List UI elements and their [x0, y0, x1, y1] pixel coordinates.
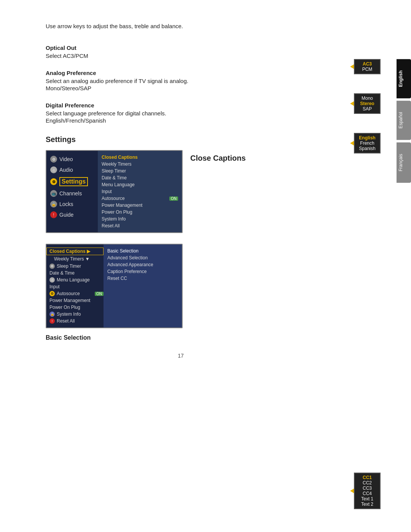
cc-menu-language-label: Menu Language	[57, 277, 90, 283]
channels-icon: 📺	[50, 190, 57, 197]
analog-selected: Stereo	[358, 101, 376, 106]
menu-right-closed-captions[interactable]: Closed Captions	[102, 154, 178, 161]
autosource-label: Autosource	[102, 196, 125, 201]
menu-right-power-mgmt[interactable]: Power Management	[102, 202, 178, 209]
cc-selected: CC1	[358, 475, 376, 480]
digital-pref-desc: Select language preference for digital c…	[46, 110, 316, 117]
cc-option-cc3: CC3	[358, 486, 376, 491]
menu-channels-label: Channels	[59, 190, 82, 197]
weekly-timers-label: Weekly Timers	[102, 161, 131, 167]
menu-item-locks: 🔒 Locks	[46, 199, 98, 209]
basic-selection-heading: Basic Selection	[46, 334, 316, 341]
menu-right-system-info[interactable]: System Info	[102, 216, 178, 222]
cc-menu-right: Basic Selection Advanced Selection Advan…	[104, 244, 182, 328]
menu-right-date-time[interactable]: Date & Time	[102, 174, 178, 181]
input-label: Input	[102, 189, 112, 194]
cc-reset-cc[interactable]: Reset CC	[107, 275, 178, 282]
diagrams-column: AC3 PCM Mono Stereo SAP English French S…	[354, 59, 381, 153]
cc-option-cc2: CC2	[358, 480, 376, 486]
optical-option-pcm: PCM	[358, 67, 376, 72]
cc-guide-icon: !	[49, 318, 55, 324]
cc-item-closed-captions[interactable]: Closed Captions ▶	[46, 248, 104, 255]
cc-option-text1: Text 1	[358, 496, 376, 502]
cc-reset-all-label: Reset All	[57, 318, 75, 324]
cc-input-label: Input	[49, 284, 60, 289]
analog-option-mono: Mono	[358, 96, 376, 101]
menu-right-input[interactable]: Input	[102, 188, 178, 195]
settings-menu-image: ⚙ Video ♫ Audio ⚙ Settings 📺 Channels	[46, 150, 316, 236]
cc-power-plug-label: Power On Plug	[49, 305, 80, 310]
analog-pref-box: Mono Stereo SAP	[354, 93, 381, 114]
closed-captions-label: Closed Captions	[102, 155, 138, 160]
menu-settings-label: Settings	[59, 177, 88, 186]
cc-item-weekly-timers[interactable]: Weekly Timers ▼	[46, 255, 104, 263]
analog-pref-diagram: Mono Stereo SAP	[354, 93, 381, 114]
cc-box: CC1 CC2 CC3 CC4 Text 1 Text 2	[354, 473, 381, 509]
menu-item-guide: ! Guide	[46, 209, 98, 220]
cc-settings-icon2: ⚙	[49, 291, 55, 296]
cc-closed-captions-label: Closed Captions ▶	[49, 249, 90, 254]
cc-gear-icon: ⚙	[49, 264, 55, 269]
menu-locks-label: Locks	[59, 201, 73, 207]
intro-text: Use arrow keys to adjust the bass, trebl…	[46, 23, 316, 29]
cc-caption-preference[interactable]: Caption Preference	[107, 268, 178, 275]
cc-advanced-appearance[interactable]: Advanced Appearance	[107, 261, 178, 268]
optical-arrow	[350, 64, 354, 69]
cc-system-info-label: System Info	[57, 312, 81, 317]
power-mgmt-label: Power Management	[102, 203, 142, 208]
on-badge: ON	[169, 197, 178, 201]
menu-item-settings[interactable]: ⚙ Settings	[46, 175, 98, 188]
cc-weekly-timers-label: Weekly Timers ▼	[54, 256, 90, 262]
menu-right-weekly-timers[interactable]: Weekly Timers	[102, 161, 178, 168]
digital-arrow	[350, 141, 354, 145]
analog-arrow	[350, 101, 354, 106]
date-time-label: Date & Time	[102, 175, 127, 181]
cc-diagram: CC1 CC2 CC3 CC4 Text 1 Text 2	[354, 473, 381, 509]
digital-option-spanish: Spanish	[358, 146, 376, 151]
menu-item-audio: ♫ Audio	[46, 165, 98, 175]
close-captions-section: Close Captions	[186, 150, 246, 163]
cc-advanced-selection[interactable]: Advanced Selection	[107, 254, 178, 261]
settings-icon: ⚙	[50, 178, 57, 185]
digital-pref-label: Digital Preference	[46, 102, 316, 109]
settings-heading: Settings	[46, 135, 316, 144]
cc-sleep-timer-label: Sleep Timer	[57, 264, 81, 269]
digital-pref-desc2: English/French/Spanish	[46, 117, 316, 124]
cc-option-text2: Text 2	[358, 502, 376, 507]
menu-left-panel: ⚙ Video ♫ Audio ⚙ Settings 📺 Channels	[46, 151, 98, 232]
menu-right-panel: Closed Captions Weekly Timers Sleep Time…	[98, 151, 182, 232]
digital-option-french: French	[358, 141, 376, 146]
reset-all-label: Reset All	[102, 223, 119, 228]
cc-menu-left: Closed Captions ▶ Weekly Timers ▼ ⚙ Slee…	[46, 244, 104, 328]
digital-pref-diagram: English French Spanish	[354, 133, 381, 153]
optical-out-diagram: AC3 PCM	[354, 59, 381, 74]
tab-espanol[interactable]: Español	[397, 101, 411, 140]
guide-icon: !	[50, 211, 57, 218]
tab-francais[interactable]: Français	[397, 142, 411, 183]
tab-english[interactable]: English	[397, 59, 411, 98]
menu-right-reset-all[interactable]: Reset All	[102, 222, 178, 229]
menu-guide-label: Guide	[59, 212, 73, 218]
cc-power-mgmt-label: Power Management	[49, 298, 90, 303]
cc-basic-selection[interactable]: Basic Selection	[107, 248, 178, 254]
cc-locks-icon: 🔒	[49, 312, 55, 317]
cc-audio-icon: ♫	[49, 277, 55, 283]
menu-right-autosource[interactable]: Autosource ON	[102, 195, 178, 202]
menu-right-sleep-timer[interactable]: Sleep Timer	[102, 168, 178, 174]
menu-item-video: ⚙ Video	[46, 154, 98, 165]
cc-date-time-label: Date & Time	[49, 270, 75, 276]
gear-icon: ⚙	[50, 156, 57, 163]
menu-right-power-plug[interactable]: Power On Plug	[102, 209, 178, 216]
digital-pref-box: English French Spanish	[354, 133, 381, 153]
menu-right-menu-language[interactable]: Menu Language	[102, 181, 178, 188]
menu-video-label: Video	[59, 156, 73, 162]
analog-pref-desc: Select an analog audio preference if TV …	[46, 78, 316, 84]
optical-selected: AC3	[358, 61, 376, 67]
menu-language-label: Menu Language	[102, 182, 135, 187]
optical-out-desc: Select AC3/PCM	[46, 53, 316, 59]
analog-option-sap: SAP	[358, 106, 376, 112]
optical-out-box: AC3 PCM	[354, 59, 381, 74]
cc-submenu-image: Closed Captions ▶ Weekly Timers ▼ ⚙ Slee…	[46, 244, 183, 328]
locks-icon: 🔒	[50, 201, 57, 208]
cc-arrow	[350, 489, 354, 493]
